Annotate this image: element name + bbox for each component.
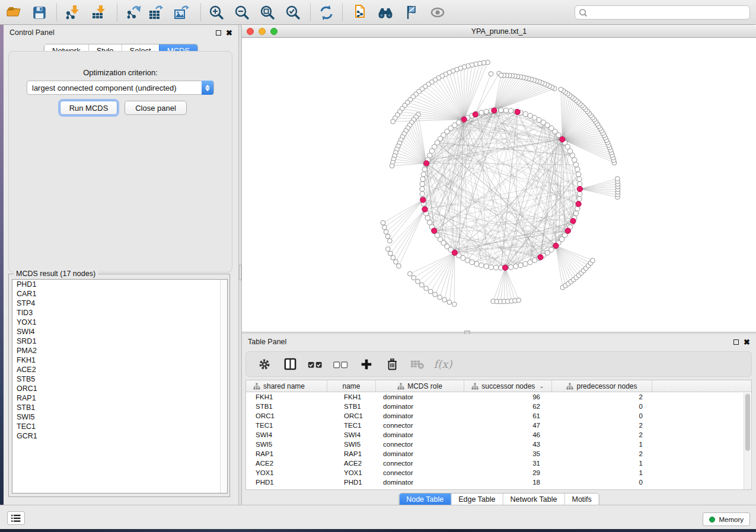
column-header-successor-nodes[interactable]: successor nodes⌄ <box>464 380 552 392</box>
float-window-icon[interactable] <box>733 339 739 345</box>
scrollbar-thumb[interactable] <box>745 394 750 451</box>
mcds-list-scrollbar[interactable] <box>220 280 227 493</box>
mcds-result-item[interactable]: TID3 <box>12 308 227 318</box>
table-cell[interactable]: YOX1 <box>327 468 376 477</box>
table-cell[interactable]: SWI5 <box>327 440 376 449</box>
table-cell[interactable]: 0 <box>552 477 652 487</box>
table-cell[interactable]: 29 <box>464 468 552 477</box>
table-cell[interactable]: YOX1 <box>246 468 327 477</box>
tab-motifs[interactable]: Motifs <box>564 493 598 506</box>
open-file-button[interactable] <box>4 3 24 22</box>
tab-network-table[interactable]: Network Table <box>503 493 564 506</box>
table-cell[interactable]: connector <box>376 421 464 430</box>
table-cell[interactable]: PHD1 <box>246 477 327 487</box>
table-cell[interactable]: 2 <box>552 421 652 430</box>
table-row[interactable]: STB1STB1dominator620 <box>246 402 751 411</box>
table-cell[interactable]: ORC1 <box>327 411 376 421</box>
table-cell[interactable]: RAP1 <box>246 449 327 459</box>
table-cell[interactable]: 18 <box>464 477 552 487</box>
table-cell[interactable]: 2 <box>552 430 652 440</box>
table-cell[interactable]: ACE2 <box>246 459 327 468</box>
mcds-result-item[interactable]: SWI4 <box>12 327 227 336</box>
table-cell[interactable]: SWI4 <box>327 430 376 440</box>
table-cell[interactable]: connector <box>376 440 464 449</box>
close-panel-icon[interactable]: ✖ <box>744 339 750 345</box>
show-hide-details-button[interactable] <box>428 3 448 22</box>
column-header-predecessor-nodes[interactable]: predecessor nodes <box>552 380 652 392</box>
column-header-name[interactable]: name <box>327 380 376 392</box>
table-cell[interactable]: 1 <box>552 459 652 468</box>
annotation-flag-button[interactable] <box>401 3 422 22</box>
table-row[interactable]: ACE2ACE2connector311 <box>246 459 751 468</box>
table-cell[interactable]: FKH1 <box>327 392 376 402</box>
column-header-MCDS-role[interactable]: MCDS role <box>376 380 464 392</box>
deselect-all-button[interactable] <box>333 357 349 372</box>
mcds-result-item[interactable]: TEC1 <box>12 422 227 431</box>
table-cell[interactable]: 96 <box>464 392 552 402</box>
search-box[interactable] <box>575 5 750 20</box>
table-cell[interactable]: connector <box>376 468 464 477</box>
table-cell[interactable]: SWI5 <box>246 440 327 449</box>
add-column-button[interactable] <box>359 357 374 372</box>
import-network-button[interactable] <box>63 3 83 22</box>
memory-button[interactable]: Memory <box>703 512 750 526</box>
table-cell[interactable]: dominator <box>376 402 464 411</box>
table-cell[interactable]: 31 <box>464 459 552 468</box>
task-history-button[interactable] <box>7 511 25 525</box>
table-row[interactable]: SWI5SWI5connector431 <box>246 440 751 449</box>
table-cell[interactable]: 61 <box>464 411 552 421</box>
table-cell[interactable]: TEC1 <box>246 421 327 430</box>
table-row[interactable]: RAP1RAP1dominator352 <box>246 449 751 459</box>
table-row[interactable]: PHD1PHD1dominator180 <box>246 477 751 487</box>
delete-table-button[interactable] <box>410 357 425 372</box>
table-cell[interactable]: 2 <box>552 392 652 402</box>
table-row[interactable]: SWI4SWI4dominator462 <box>246 430 751 440</box>
table-row[interactable]: TEC1TEC1connector472 <box>246 421 751 430</box>
table-cell[interactable]: 46 <box>464 430 552 440</box>
mcds-result-item[interactable]: SWI5 <box>12 412 227 422</box>
table-scrollbar[interactable] <box>744 393 751 490</box>
mcds-result-item[interactable]: SRD1 <box>12 336 227 346</box>
table-cell[interactable]: dominator <box>376 477 464 487</box>
table-cell[interactable]: PHD1 <box>327 477 376 487</box>
mcds-result-item[interactable]: CAR1 <box>12 289 227 299</box>
refresh-button[interactable] <box>316 3 336 22</box>
table-cell[interactable]: 1 <box>552 440 652 449</box>
zoom-selected-button[interactable] <box>283 3 303 22</box>
export-table-button[interactable] <box>146 3 166 22</box>
table-row[interactable]: FKH1FKH1dominator962 <box>246 392 751 402</box>
table-cell[interactable]: connector <box>376 459 464 468</box>
table-cell[interactable]: 0 <box>552 411 652 421</box>
save-session-button[interactable] <box>29 3 49 22</box>
close-panel-button[interactable]: Close panel <box>125 101 187 115</box>
search-binoculars-button[interactable] <box>375 3 395 22</box>
network-from-selection-button[interactable] <box>349 3 369 22</box>
zoom-out-button[interactable] <box>232 3 252 22</box>
table-cell[interactable]: dominator <box>376 449 464 459</box>
delete-column-button[interactable] <box>384 357 400 372</box>
table-cell[interactable]: FKH1 <box>246 392 327 402</box>
mcds-result-item[interactable]: STB1 <box>12 403 227 412</box>
table-cell[interactable]: 35 <box>464 449 552 459</box>
close-panel-icon[interactable]: ✖ <box>226 30 232 36</box>
table-row[interactable]: YOX1YOX1connector291 <box>246 468 751 477</box>
mcds-result-item[interactable]: STP4 <box>12 299 227 308</box>
table-cell[interactable]: 2 <box>552 449 652 459</box>
mcds-result-item[interactable]: PMA2 <box>12 346 227 355</box>
table-cell[interactable]: 62 <box>464 402 552 411</box>
show-columns-button[interactable] <box>282 357 298 372</box>
export-network-button[interactable] <box>123 3 143 22</box>
table-cell[interactable]: 0 <box>552 402 652 411</box>
float-window-icon[interactable] <box>216 30 221 36</box>
table-cell[interactable]: dominator <box>376 430 464 440</box>
run-mcds-button[interactable]: Run MCDS <box>60 101 117 115</box>
table-cell[interactable]: ACE2 <box>327 459 376 468</box>
tab-node-table[interactable]: Node Table <box>399 493 451 506</box>
tab-edge-table[interactable]: Edge Table <box>451 493 502 506</box>
column-header-shared-name[interactable]: shared name <box>246 380 327 392</box>
search-input[interactable] <box>588 8 736 17</box>
function-builder-button[interactable]: f(x) <box>435 357 451 372</box>
optimization-criterion-select[interactable]: largest connected component (undirected) <box>27 81 214 95</box>
select-all-button[interactable] <box>308 357 323 372</box>
table-cell[interactable]: 1 <box>552 468 652 477</box>
